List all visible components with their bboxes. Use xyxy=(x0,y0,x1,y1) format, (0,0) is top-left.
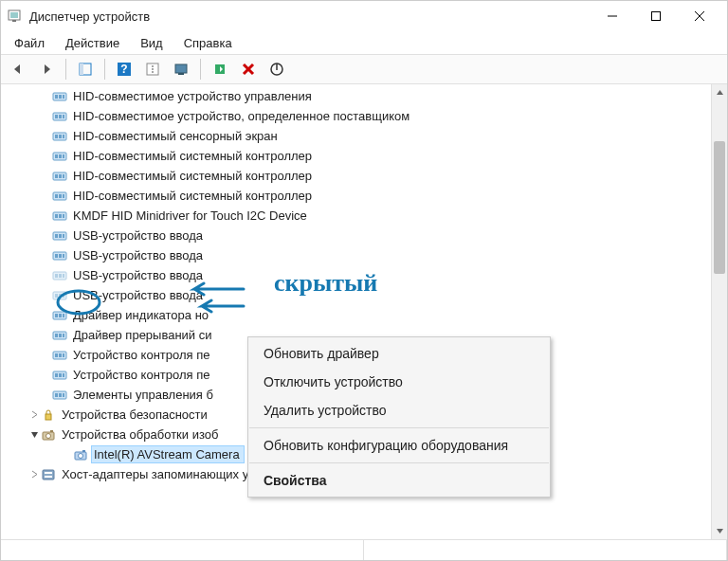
svg-rect-71 xyxy=(59,334,62,337)
properties-button[interactable] xyxy=(139,57,166,81)
device-item[interactable]: HID-совместимое устройство, определенное… xyxy=(1,106,710,126)
device-icon xyxy=(52,288,67,303)
device-label: USB-устройство ввода xyxy=(71,247,207,263)
context-menu: Обновить драйвер Отключить устройство Уд… xyxy=(247,336,551,498)
svg-rect-83 xyxy=(59,393,62,397)
scan-hardware-button[interactable] xyxy=(168,57,194,81)
device-item[interactable]: USB-устройство ввода xyxy=(1,265,710,285)
device-item[interactable]: USB-устройство ввода xyxy=(1,226,710,245)
expander-icon[interactable] xyxy=(27,430,41,439)
menu-help[interactable]: Справка xyxy=(174,34,242,52)
svg-rect-48 xyxy=(63,214,64,218)
ctx-properties[interactable]: Свойства xyxy=(248,466,550,495)
scroll-up-button[interactable] xyxy=(712,84,727,100)
show-hide-tree-button[interactable] xyxy=(72,57,99,81)
disable-button[interactable] xyxy=(264,57,290,81)
device-label: KMDF HID Minidriver for Touch I2C Device xyxy=(71,208,311,224)
svg-rect-31 xyxy=(59,135,62,138)
device-label: HID-совместимый сенсорный экран xyxy=(71,128,282,144)
svg-rect-88 xyxy=(50,430,53,432)
svg-rect-74 xyxy=(55,353,58,357)
device-icon xyxy=(52,228,67,244)
svg-rect-82 xyxy=(55,393,58,397)
svg-rect-58 xyxy=(55,274,58,278)
nav-forward-button[interactable] xyxy=(33,57,60,81)
svg-rect-68 xyxy=(63,314,64,317)
title-bar: Диспетчер устройств xyxy=(1,1,727,31)
device-item[interactable]: HID-совместимый системный контроллер xyxy=(1,186,710,206)
svg-rect-16 xyxy=(178,73,184,75)
device-label: HID-совместимый системный контроллер xyxy=(71,168,316,184)
device-icon xyxy=(52,109,67,124)
title-text: Диспетчер устройств xyxy=(29,9,150,24)
device-icon xyxy=(52,89,67,104)
device-manager-window: Диспетчер устройств Файл Действие Вид Сп… xyxy=(0,0,728,561)
ctx-scan-hardware[interactable]: Обновить конфигурацию оборудования xyxy=(248,431,550,460)
svg-point-13 xyxy=(152,65,154,67)
device-label: Элементы управления б xyxy=(71,387,217,403)
menu-file[interactable]: Файл xyxy=(5,34,54,52)
svg-rect-66 xyxy=(55,314,58,317)
expander-icon[interactable] xyxy=(27,410,41,419)
close-button[interactable] xyxy=(678,1,721,31)
uninstall-button[interactable] xyxy=(235,57,262,81)
svg-rect-54 xyxy=(55,254,58,258)
ctx-disable-device[interactable]: Отключить устройство xyxy=(248,368,550,396)
device-label: HID-совместимый системный контроллер xyxy=(71,148,316,164)
svg-rect-63 xyxy=(59,294,62,298)
svg-rect-24 xyxy=(63,95,64,99)
device-icon xyxy=(52,268,67,283)
category-label: Устройства обработки изоб xyxy=(60,426,222,443)
svg-point-14 xyxy=(152,71,154,73)
window-controls xyxy=(591,1,721,31)
svg-rect-26 xyxy=(55,115,58,118)
svg-rect-76 xyxy=(63,353,64,357)
expander-icon[interactable] xyxy=(27,470,41,479)
device-icon xyxy=(52,169,67,184)
maximize-button[interactable] xyxy=(634,1,678,31)
device-item[interactable]: Драйвер индикатора но xyxy=(1,305,710,325)
svg-rect-52 xyxy=(63,234,64,238)
device-item[interactable]: HID-совместимый системный контроллер xyxy=(1,166,710,186)
ctx-separator xyxy=(249,462,549,463)
update-driver-button[interactable] xyxy=(207,57,233,81)
nav-back-button[interactable] xyxy=(5,57,31,81)
svg-rect-30 xyxy=(55,135,58,138)
category-icon xyxy=(41,467,56,482)
svg-rect-28 xyxy=(63,115,64,118)
svg-rect-38 xyxy=(55,174,58,178)
svg-rect-67 xyxy=(59,314,62,317)
device-label: Intel(R) AVStream Camera xyxy=(92,446,244,462)
svg-rect-36 xyxy=(63,154,64,158)
svg-rect-2 xyxy=(12,20,16,22)
device-item[interactable]: HID-совместимое устройство управления xyxy=(1,86,710,106)
device-item[interactable]: KMDF HID Minidriver for Touch I2C Device xyxy=(1,206,710,226)
scroll-thumb[interactable] xyxy=(714,141,725,274)
device-label: Драйвер прерываний си xyxy=(71,327,216,343)
ctx-uninstall-device[interactable]: Удалить устройство xyxy=(248,396,550,425)
svg-rect-55 xyxy=(59,254,62,258)
device-item[interactable]: HID-совместимый системный контроллер xyxy=(1,146,710,166)
app-icon xyxy=(7,9,22,24)
svg-rect-75 xyxy=(59,353,62,357)
svg-rect-32 xyxy=(63,135,64,138)
device-item[interactable]: USB-устройство ввода xyxy=(1,285,710,305)
svg-rect-62 xyxy=(55,294,58,298)
menu-view[interactable]: Вид xyxy=(131,34,173,52)
scroll-down-button[interactable] xyxy=(712,523,727,539)
device-item[interactable]: HID-совместимый сенсорный экран xyxy=(1,126,710,146)
ctx-update-driver[interactable]: Обновить драйвер xyxy=(248,339,550,368)
device-icon xyxy=(52,328,67,343)
device-item[interactable]: USB-устройство ввода xyxy=(1,245,710,265)
svg-rect-1 xyxy=(10,12,18,18)
category-icon xyxy=(73,447,88,462)
device-label: Устройство контроля пе xyxy=(71,367,214,383)
menu-action[interactable]: Действие xyxy=(56,34,129,52)
vertical-scrollbar[interactable] xyxy=(711,84,727,539)
menu-bar: Файл Действие Вид Справка xyxy=(1,31,727,54)
device-icon xyxy=(52,348,67,363)
svg-rect-78 xyxy=(55,373,58,377)
help-button[interactable]: ? xyxy=(111,57,137,81)
minimize-button[interactable] xyxy=(591,1,634,31)
svg-point-12 xyxy=(152,68,154,70)
